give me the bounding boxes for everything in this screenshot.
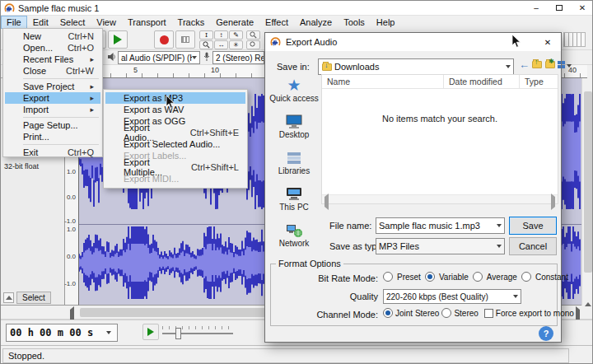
menu-view[interactable]: View (91, 16, 122, 29)
multi-tool-icon: ✳ (233, 41, 239, 49)
minimize-button[interactable]: – (525, 1, 548, 16)
save-in-arrow-icon (506, 65, 511, 68)
list-scroll-left-icon[interactable] (325, 197, 329, 207)
sidebar-item-quick-access[interactable]: ★ Quick access (267, 77, 321, 103)
cancel-button[interactable]: Cancel (509, 237, 557, 255)
radio-average[interactable] (473, 272, 483, 282)
file-name-arrow-icon (497, 224, 502, 227)
menu-item-new[interactable]: NewCtrl+N (5, 30, 100, 42)
menu-item-export-as-mp3[interactable]: Export as MP3 (105, 92, 245, 104)
zoom-out-button[interactable] (246, 40, 260, 49)
menu-file[interactable]: File (1, 16, 27, 29)
playback-device-select[interactable]: al Audio (S/PDIF) (High De (118, 51, 200, 64)
file-list[interactable]: Name Date modified Type No items match y… (321, 74, 558, 204)
sidebar-item-libraries[interactable]: Libraries (267, 150, 321, 175)
menu-analyze[interactable]: Analyze (294, 16, 338, 29)
save-in-select[interactable]: ↓ Downloads (318, 58, 514, 75)
menu-edit[interactable]: Edit (27, 16, 54, 29)
force-mono-checkbox[interactable] (484, 309, 493, 318)
up-folder-icon[interactable]: ↑ (532, 61, 593, 68)
ibeam-icon: I (205, 31, 208, 39)
zoom-in-button[interactable] (246, 30, 260, 40)
menu-item-recent-files[interactable]: Recent Files▸ (5, 54, 100, 65)
slider-thumb[interactable] (175, 328, 181, 339)
zoom-in-icon (250, 31, 257, 39)
recording-channels-select[interactable]: 2 (Stereo) Rec (212, 51, 264, 64)
track-collapse-button[interactable] (3, 292, 14, 303)
status-text: Stopped. (8, 351, 44, 361)
quality-select[interactable]: 220-260 kbps (Best Quality) (383, 289, 521, 304)
play-at-speed-button[interactable] (142, 324, 159, 340)
menu-item-export[interactable]: Export▸ (5, 92, 100, 104)
maximize-button[interactable] (548, 1, 571, 16)
vertical-scroll-thumb[interactable] (584, 91, 592, 273)
file-name-label: File name: (329, 221, 371, 231)
menu-select[interactable]: Select (54, 16, 91, 29)
title-bar: Sample flac music 1 – ✕ (1, 1, 593, 16)
menu-effect[interactable]: Effect (259, 16, 294, 29)
file-list-header: Name Date modified Type (322, 75, 558, 89)
menu-item-page-setup[interactable]: Page Setup... (5, 119, 100, 131)
menu-item-close[interactable]: CloseCtrl+W (5, 65, 100, 77)
list-scroll-right-icon[interactable] (551, 197, 555, 207)
menu-transport[interactable]: Transport (122, 16, 172, 29)
play-button[interactable] (108, 30, 128, 49)
playback-speed-slider[interactable] (162, 324, 233, 339)
sidebar-item-network[interactable]: Network (267, 222, 321, 248)
recording-channels-value: 2 (Stereo) Rec (213, 54, 264, 63)
menu-item-export-selected-audio[interactable]: Export Selected Audio... (105, 138, 245, 150)
back-nav-icon[interactable]: ← (519, 58, 530, 71)
envelope-tool-button[interactable]: ↕ (214, 30, 228, 40)
record-button[interactable] (154, 30, 174, 49)
menu-tools[interactable]: Tools (338, 16, 371, 29)
selection-tool-button[interactable]: I (199, 30, 213, 40)
new-folder-icon[interactable]: ✱ (545, 61, 555, 68)
channel-mode-label: Channel Mode: (274, 310, 378, 320)
radio-constant[interactable] (521, 272, 531, 282)
column-header-type[interactable]: Type (520, 75, 558, 88)
file-name-input[interactable]: Sample flac music 1.mp3 (376, 217, 505, 234)
menu-help[interactable]: Help (371, 16, 401, 29)
time-counter[interactable]: 00 h 00 m 00 s (6, 324, 118, 342)
menu-tracks[interactable]: Tracks (172, 16, 211, 29)
submenu-arrow-icon: ▸ (90, 105, 94, 114)
column-header-date-modified[interactable]: Date modified (444, 75, 520, 88)
scroll-up-arrow[interactable] (585, 82, 591, 91)
save-button[interactable]: Save (509, 217, 557, 235)
timeshift-tool-button[interactable]: ↔ (214, 40, 228, 49)
sidebar-item-desktop[interactable]: Desktop (267, 114, 321, 139)
menu-generate[interactable]: Generate (210, 16, 259, 29)
menu-item-export-audio[interactable]: Export Audio...Ctrl+Shift+E (105, 127, 245, 138)
file-list-hscrollbar[interactable] (322, 194, 558, 203)
multi-tool-button[interactable]: ✳ (229, 40, 243, 49)
menu-item-exit[interactable]: ExitCtrl+Q (5, 147, 100, 158)
radio-preset[interactable] (383, 272, 393, 282)
radio-joint-stereo[interactable] (383, 308, 393, 318)
scroll-right-arrow[interactable] (576, 310, 580, 320)
radio-stereo[interactable] (441, 308, 451, 318)
menu-bar: File Edit Select View Transport Tracks G… (1, 16, 593, 29)
save-as-type-select[interactable]: MP3 Files (376, 238, 505, 254)
scroll-left-arrow[interactable] (70, 310, 74, 320)
scrub-button[interactable] (175, 30, 195, 49)
playback-device-value: al Audio (S/PDIF) (High De (119, 54, 192, 63)
column-header-name[interactable]: Name (322, 75, 444, 88)
force-mono-label: Force export to mono (496, 309, 574, 318)
dialog-close-button[interactable]: ✕ (535, 33, 561, 51)
vertical-scrollbar[interactable] (581, 78, 593, 306)
menu-item-import[interactable]: Import▸ (5, 104, 100, 115)
menu-item-print[interactable]: Print... (5, 131, 100, 142)
close-button[interactable]: ✕ (571, 1, 593, 16)
radio-variable[interactable] (425, 272, 435, 282)
views-menu-icon[interactable] (558, 61, 561, 64)
menu-item-open[interactable]: Open...Ctrl+O (5, 42, 100, 54)
help-button[interactable]: ? (539, 326, 553, 341)
menu-item-export-as-wav[interactable]: Export as WAV (105, 104, 245, 115)
menu-item-export-multiple[interactable]: Export Multiple...Ctrl+Shift+L (105, 161, 245, 173)
scroll-down-arrow[interactable] (585, 292, 591, 302)
zoom-tool-button[interactable] (199, 40, 213, 49)
track-select-button[interactable]: Select (16, 292, 51, 304)
sidebar-item-this-pc[interactable]: This PC (267, 186, 321, 212)
draw-tool-button[interactable]: ✎ (229, 30, 243, 40)
menu-item-save-project[interactable]: Save Project▸ (5, 81, 100, 92)
